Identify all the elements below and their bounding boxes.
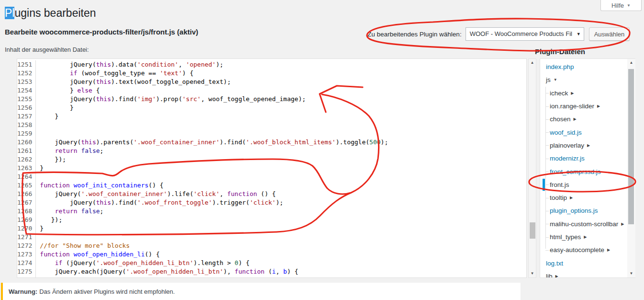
file-label: woof_sid.js [550,129,582,136]
chevron-down-icon: ▼ [627,3,631,8]
file-label: malihu-custom-scrollbar [550,220,618,228]
code-line: 1273function woof_open_hidden_li() { [17,250,526,259]
line-number: 1253 [17,78,36,86]
line-number: 1270 [17,224,36,233]
editor-scrollbar[interactable]: ▲ ▼ [528,58,536,278]
file-item-easy-autocomplete[interactable]: easy-autocomplete▶ [540,243,635,256]
file-item-html-types[interactable]: html_types▶ [540,231,635,243]
line-number: 1254 [17,86,36,95]
file-item-front-js[interactable]: front.js [540,178,635,191]
file-item-plugin-options-js[interactable]: plugin_options.js [540,204,635,217]
code-text: //for "Show more" blocks [36,242,130,250]
scroll-up-icon[interactable]: ▲ [529,59,536,67]
file-item-ion-range-slider[interactable]: ion.range-slider▶ [540,100,635,113]
file-item-index-php[interactable]: index.php [540,60,635,73]
chevron-right-icon: ▶ [597,104,600,108]
file-item-plainoverlay[interactable]: plainoverlay▶ [540,139,635,152]
code-text: } else { [36,86,100,95]
line-number: 1273 [17,250,36,259]
file-label: log.txt [546,260,563,267]
line-number: 1252 [17,69,36,78]
code-line: 1252 if (woof_toggle_type == 'text') { [17,69,526,78]
line-number: 1261 [17,147,36,155]
files-scrollbar[interactable]: ▲ ▼ [627,59,635,277]
line-number: 1266 [17,190,36,198]
code-text: }); [36,216,62,224]
file-label: plugin_options.js [550,207,598,214]
line-number: 1274 [17,259,36,267]
code-text: } [36,224,44,233]
scroll-down-icon[interactable]: ▼ [529,270,536,277]
code-text: return false; [36,207,103,216]
active-file-indicator [543,179,545,191]
code-line: 1264 [17,173,526,181]
editor-scrollbar-thumb[interactable] [530,222,535,239]
file-label: index.php [546,63,574,70]
warning-notice: Warnung: Das Ändern aktiver Plugins wird… [1,283,521,300]
file-label: icheck [550,90,568,97]
code-line: 1251 jQuery(this).data('condition', 'ope… [17,60,526,69]
line-number: 1257 [17,112,36,121]
code-line: 1275 jQuery.each(jQuery('.woof_open_hidd… [17,267,526,276]
line-number: 1262 [17,155,36,164]
page-title: Plugins bearbeiten [5,7,96,20]
code-text: if (jQuery('.woof_open_hidden_li_btn').l… [36,259,249,267]
file-item-chosen[interactable]: chosen▶ [540,113,635,126]
file-item-icheck[interactable]: icheck▶ [540,87,635,100]
line-number: 1269 [17,216,36,224]
file-item-lib[interactable]: lib▶ [540,270,635,278]
file-item-modernizr-js[interactable]: modernizr.js [540,152,635,165]
file-label: js [546,76,551,83]
code-line: 1255 jQuery(this).find('img').prop('src'… [17,95,526,104]
file-item-front-comprssd-js[interactable]: front_comprssd.js [540,165,635,178]
files-scrollbar-thumb[interactable] [628,69,634,224]
plugin-select-label: Zu bearbeitendes Plugin wählen: [367,31,462,38]
code-text: jQuery(this).text(woof_toggle_opened_tex… [36,78,231,86]
plugin-files-panel: index.phpjs▼icheck▶ion.range-slider▶chos… [540,58,635,278]
title-selection: Pl [5,7,14,19]
scroll-down-icon[interactable]: ▼ [627,270,635,277]
plugin-select-row: Zu bearbeitendes Plugin wählen: WOOF - W… [367,27,630,41]
help-button[interactable]: Hilfe ▼ [600,0,642,11]
code-text: } [36,112,58,121]
file-content-label: Inhalt der ausgewählten Datei: [5,46,89,53]
file-label: plainoverlay [550,142,584,149]
select-plugin-button[interactable]: Auswählen [589,27,630,41]
plugin-select-dropdown[interactable]: WOOF - WooCommerce Products Fil ▼ [466,27,584,41]
file-label: chosen [550,115,571,123]
chevron-right-icon: ▶ [555,274,558,278]
code-line: 1259 [17,129,526,138]
file-item-woof-sid-js[interactable]: woof_sid.js [540,126,635,138]
file-item-js[interactable]: js▼ [540,73,635,86]
line-number: 1275 [17,267,36,276]
title-rest: ugins bearbeiten [14,7,96,19]
file-item-log-txt[interactable]: log.txt [540,256,635,269]
help-label: Hilfe [611,2,624,9]
file-label: tooltip [550,194,567,201]
file-item-tooltip[interactable]: tooltip▶ [540,191,635,204]
code-text [36,233,40,242]
line-number: 1256 [17,104,36,112]
chevron-down-icon: ▼ [577,28,581,40]
scroll-up-icon[interactable]: ▲ [627,59,635,67]
file-item-malihu-custom-scrollbar[interactable]: malihu-custom-scrollbar▶ [540,218,635,231]
warning-text: Das Ändern aktiver Plugins wird nicht em… [39,288,175,295]
code-line: 1270} [17,224,526,233]
code-text [36,173,40,181]
chevron-right-icon: ▶ [587,143,590,148]
code-line: 1271 [17,233,526,242]
chevron-right-icon: ▶ [584,235,587,239]
code-line: 1260 jQuery(this).parents('.woof_contain… [17,138,526,147]
chevron-down-icon: ▼ [554,78,557,82]
code-line: 1274 if (jQuery('.woof_open_hidden_li_bt… [17,259,526,267]
code-line: 1256 } [17,104,526,112]
plugin-files-title: Plugin-Dateien [535,47,585,56]
code-line: 1261 return false; [17,147,526,155]
code-line: 1262 }); [17,155,526,164]
file-label: easy-autocomplete [550,246,604,254]
code-text [36,121,40,129]
code-line: 1267 jQuery(this).find('.woof_front_togg… [17,198,526,207]
code-line: 1258 [17,121,526,129]
code-text: jQuery(this).parents('.woof_container_in… [36,138,388,147]
code-editor-textarea[interactable]: 1251 jQuery(this).data('condition', 'ope… [17,58,527,278]
